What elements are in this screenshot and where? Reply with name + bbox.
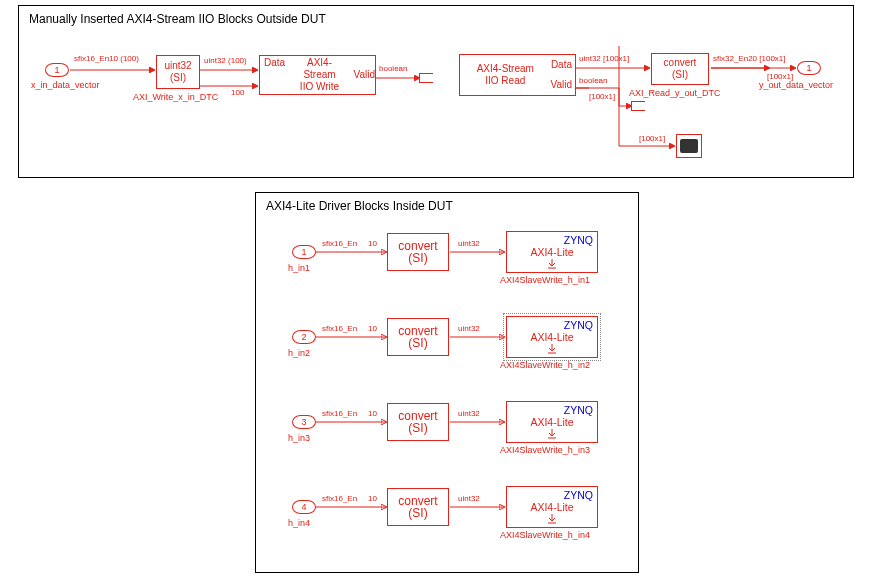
outport-y-out[interactable]: 1 [797, 61, 821, 75]
inport-h_in2[interactable]: 2 [292, 330, 316, 344]
inport-h_in3[interactable]: 3 [292, 415, 316, 429]
download-icon [546, 343, 558, 355]
sig-dim-a: [100x1] [589, 92, 615, 101]
sig-bool: boolean [379, 64, 407, 73]
panel1-title: Manually Inserted AXI4-Stream IIO Blocks… [19, 6, 853, 32]
sig-u32-dim: uint32 [100x1] [579, 54, 629, 63]
sig-out: sfix32_En20 [100x1] [713, 54, 786, 63]
scope-block[interactable] [676, 134, 702, 158]
sig-u32-100: uint32 (100) [204, 56, 247, 65]
inport-h_in4[interactable]: 4 [292, 500, 316, 514]
dtc-write-block[interactable]: uint32 (SI) [156, 55, 200, 89]
panel-axi4-lite: AXI4-Lite Driver Blocks Inside DUT 1 h_i… [255, 192, 639, 573]
sig-in-2: sfix16_En [322, 409, 357, 418]
sig-sfix16: sfix16_En10 (100) [74, 54, 139, 63]
convert-block-0[interactable]: convert (SI) [387, 233, 449, 271]
sig-100: 100 [231, 88, 244, 97]
convert-block-3[interactable]: convert (SI) [387, 488, 449, 526]
inport-h_in1[interactable]: 1 [292, 245, 316, 259]
axi4lite-label-0: AXI4SlaveWrite_h_in1 [500, 275, 590, 285]
sig-in-1: sfix16_En [322, 324, 357, 333]
axi4lite-label-1: AXI4SlaveWrite_h_in2 [500, 360, 590, 370]
sig-mid-0: uint32 [458, 239, 480, 248]
axi4lite-label-2: AXI4SlaveWrite_h_in3 [500, 445, 590, 455]
convert-block-2[interactable]: convert (SI) [387, 403, 449, 441]
axi4lite-block-2[interactable]: ZYNQ AXI4-Lite [506, 401, 598, 443]
sig-10-0: 10 [368, 239, 377, 248]
panel2-title: AXI4-Lite Driver Blocks Inside DUT [256, 193, 638, 219]
inport-h_in4-label: h_in4 [288, 518, 310, 528]
axi4lite-block-0[interactable]: ZYNQ AXI4-Lite [506, 231, 598, 273]
dtc-write-label: AXI_Write_x_in_DTC [133, 92, 218, 102]
iio-write-block[interactable]: Data AXI4-StreamIIO Write Valid [259, 55, 376, 95]
sig-mid-2: uint32 [458, 409, 480, 418]
sig-mid-1: uint32 [458, 324, 480, 333]
outport-y-out-label: y_out_data_vector [759, 80, 833, 90]
sig-10-1: 10 [368, 324, 377, 333]
axi4lite-block-3[interactable]: ZYNQ AXI4-Lite [506, 486, 598, 528]
sig-in-0: sfix16_En [322, 239, 357, 248]
sig-dim-c: [100x1] [639, 134, 665, 143]
convert-block-1[interactable]: convert (SI) [387, 318, 449, 356]
axi4lite-label-3: AXI4SlaveWrite_h_in4 [500, 530, 590, 540]
panel-axi4-stream: Manually Inserted AXI4-Stream IIO Blocks… [18, 5, 854, 178]
inport-x-in[interactable]: 1 [45, 63, 69, 77]
dtc-read-label: AXI_Read_y_out_DTC [629, 88, 721, 98]
download-icon [546, 513, 558, 525]
sig-in-3: sfix16_En [322, 494, 357, 503]
sig-bool-dim: boolean [579, 76, 607, 85]
sig-mid-3: uint32 [458, 494, 480, 503]
axi4lite-block-1[interactable]: ZYNQ AXI4-Lite [506, 316, 598, 358]
download-icon [546, 428, 558, 440]
dtc-read-block[interactable]: convert (SI) [651, 53, 709, 85]
iio-read-block[interactable]: AXI4-StreamIIO Read Data Valid [459, 54, 576, 96]
terminator-1 [419, 73, 433, 83]
inport-h_in1-label: h_in1 [288, 263, 310, 273]
terminator-2 [631, 101, 645, 111]
download-icon [546, 258, 558, 270]
inport-x-in-label: x_in_data_vector [31, 80, 100, 90]
sig-10-2: 10 [368, 409, 377, 418]
sig-10-3: 10 [368, 494, 377, 503]
inport-h_in2-label: h_in2 [288, 348, 310, 358]
inport-h_in3-label: h_in3 [288, 433, 310, 443]
